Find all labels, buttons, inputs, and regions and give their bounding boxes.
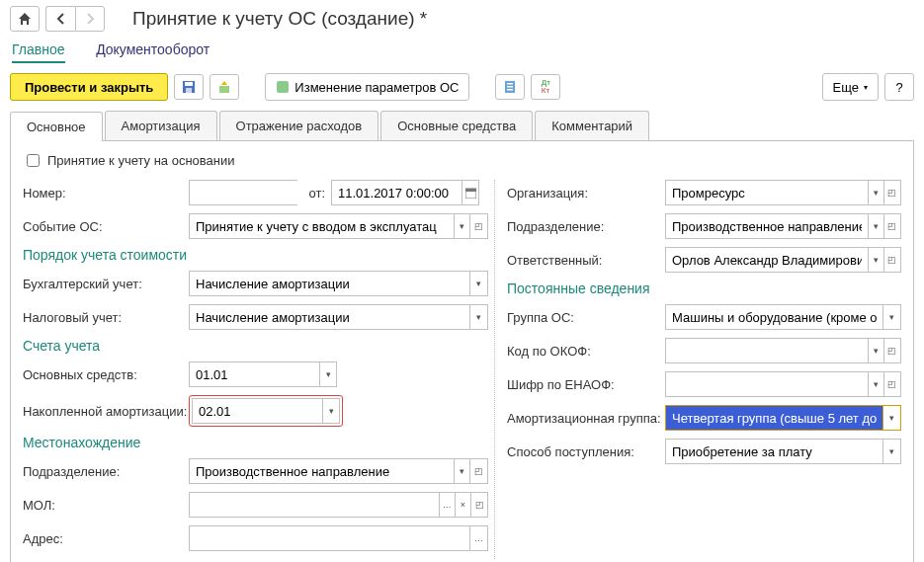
back-button[interactable] <box>45 6 75 32</box>
tab-assets[interactable]: Основные средства <box>380 111 533 140</box>
post-and-close-button[interactable]: Провести и закрыть <box>10 73 168 101</box>
accounts-heading: Счета учета <box>23 338 488 354</box>
number-input[interactable] <box>189 180 297 205</box>
subnav-docflow[interactable]: Документооборот <box>96 41 210 57</box>
svg-rect-7 <box>507 86 513 88</box>
resp-input[interactable] <box>665 247 868 273</box>
addr-select[interactable]: … <box>469 525 488 551</box>
org-input[interactable] <box>665 180 868 205</box>
event-input[interactable] <box>189 213 454 239</box>
save-button[interactable] <box>174 74 204 100</box>
fixed-assets-dropdown[interactable]: ▾ <box>319 361 337 387</box>
number-label: Номер: <box>23 186 189 201</box>
subnav: Главное Документооборот <box>0 38 924 67</box>
page-title: Принятие к учету ОС (создание) * <box>132 8 427 30</box>
params-icon <box>276 80 290 94</box>
tax-dropdown[interactable]: ▾ <box>469 304 488 330</box>
event-label: Событие ОС: <box>23 219 189 234</box>
enaof-dropdown[interactable]: ▾ <box>868 371 884 397</box>
unit-right-open[interactable]: ◰ <box>884 213 901 239</box>
date-input[interactable] <box>331 180 462 205</box>
cost-order-heading: Порядок учета стоимости <box>23 247 488 263</box>
enaof-input[interactable] <box>665 371 868 397</box>
mol-label: МОЛ: <box>23 498 189 513</box>
tab-comment[interactable]: Комментарий <box>535 111 649 140</box>
tax-input[interactable] <box>189 304 469 330</box>
dtkt-button[interactable]: ДтКт <box>531 74 560 100</box>
report-icon <box>503 80 517 94</box>
home-button[interactable] <box>10 6 40 32</box>
post-icon <box>217 80 231 94</box>
help-button[interactable]: ? <box>884 73 914 101</box>
org-dropdown[interactable]: ▾ <box>868 180 884 205</box>
unit-left-dropdown[interactable]: ▾ <box>454 458 471 484</box>
unit-right-label: Подразделение: <box>507 219 665 234</box>
okof-label: Код по ОКОФ: <box>507 344 665 359</box>
svg-rect-2 <box>186 88 192 93</box>
mol-clear[interactable]: × <box>456 492 472 518</box>
amort-group-dropdown[interactable]: ▾ <box>882 405 901 431</box>
svg-rect-6 <box>507 83 513 85</box>
income-dropdown[interactable]: ▾ <box>882 439 901 464</box>
arrow-left-icon <box>55 13 67 25</box>
accum-amort-input[interactable] <box>192 398 322 424</box>
const-heading: Постоянные сведения <box>507 281 901 296</box>
okof-input[interactable] <box>665 338 868 363</box>
more-button[interactable]: Еще ▾ <box>822 73 879 101</box>
org-label: Организация: <box>507 186 665 201</box>
enaof-open[interactable]: ◰ <box>884 371 901 397</box>
income-input[interactable] <box>665 439 882 464</box>
svg-rect-1 <box>185 82 193 86</box>
unit-right-input[interactable] <box>665 213 868 239</box>
bookkeeping-dropdown[interactable]: ▾ <box>469 271 488 296</box>
event-open[interactable]: ◰ <box>470 213 488 239</box>
chevron-down-icon: ▾ <box>864 83 868 92</box>
svg-rect-4 <box>277 81 289 93</box>
income-label: Способ поступления: <box>507 444 665 459</box>
mol-select[interactable]: … <box>439 492 456 518</box>
post-button[interactable] <box>210 74 239 100</box>
event-dropdown[interactable]: ▾ <box>454 213 471 239</box>
accum-amort-highlight: ▾ <box>189 395 343 427</box>
location-heading: Местонахождение <box>23 435 488 450</box>
resp-label: Ответственный: <box>507 253 665 268</box>
tab-main[interactable]: Основное <box>10 112 103 141</box>
accum-amort-dropdown[interactable]: ▾ <box>322 398 340 424</box>
unit-right-dropdown[interactable]: ▾ <box>868 213 884 239</box>
bookkeeping-label: Бухгалтерский учет: <box>23 277 189 291</box>
group-label: Группа ОС: <box>507 310 665 325</box>
calendar-icon <box>465 188 476 199</box>
group-input[interactable] <box>665 304 882 330</box>
calendar-button[interactable] <box>462 180 479 205</box>
amort-group-input[interactable] <box>665 405 882 431</box>
accept-based-on-checkbox[interactable] <box>27 154 40 167</box>
okof-open[interactable]: ◰ <box>884 338 901 363</box>
change-params-button[interactable]: Изменение параметров ОС <box>265 73 469 101</box>
tab-amort[interactable]: Амортизация <box>105 111 217 140</box>
tax-label: Налоговый учет: <box>23 310 189 325</box>
svg-rect-3 <box>219 86 229 93</box>
mol-open[interactable]: ◰ <box>471 492 488 518</box>
resp-open[interactable]: ◰ <box>884 247 901 273</box>
amort-group-label: Амортизационная группа: <box>507 411 665 426</box>
report-button[interactable] <box>495 74 525 100</box>
resp-dropdown[interactable]: ▾ <box>868 247 884 273</box>
tab-expenses[interactable]: Отражение расходов <box>219 111 379 140</box>
org-open[interactable]: ◰ <box>884 180 901 205</box>
fixed-assets-input[interactable] <box>189 361 319 387</box>
arrow-right-icon <box>84 13 96 25</box>
svg-rect-8 <box>507 89 513 91</box>
home-icon <box>18 12 32 26</box>
okof-dropdown[interactable]: ▾ <box>868 338 884 363</box>
from-label: от: <box>297 186 325 201</box>
unit-left-input[interactable] <box>189 458 454 484</box>
addr-input[interactable] <box>189 525 469 551</box>
bookkeeping-input[interactable] <box>189 271 469 296</box>
unit-left-label: Подразделение: <box>23 464 189 479</box>
subnav-main[interactable]: Главное <box>12 41 65 63</box>
floppy-icon <box>182 80 196 94</box>
unit-left-open[interactable]: ◰ <box>470 458 488 484</box>
mol-input[interactable] <box>189 492 439 518</box>
svg-rect-10 <box>465 189 476 192</box>
group-dropdown[interactable]: ▾ <box>882 304 901 330</box>
